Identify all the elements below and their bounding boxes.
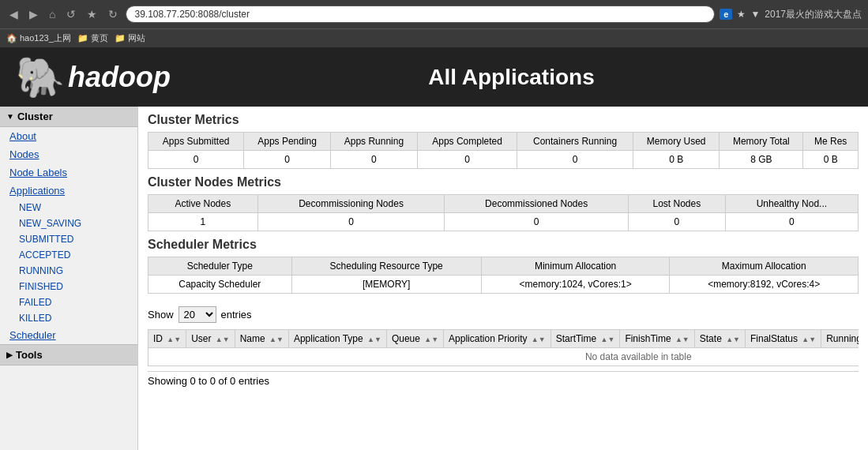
cm-val-0: 0	[148, 151, 244, 169]
sidebar-item-applications[interactable]: Applications	[0, 182, 137, 200]
cn-val-0: 1	[148, 213, 258, 231]
at-header-name[interactable]: Name ▲▼	[235, 330, 288, 348]
sidebar-sub-killed[interactable]: KILLED	[0, 310, 137, 326]
bookmark-yellow-pages[interactable]: 📁 黄页	[77, 32, 108, 44]
at-sort-queue[interactable]: ▲▼	[424, 336, 438, 343]
at-header-id[interactable]: ID ▲▼	[148, 330, 186, 348]
page-title: All Applications	[171, 65, 852, 90]
browser-bookmark-star: ★	[737, 9, 746, 20]
sidebar-tools-header[interactable]: ▶ Tools	[0, 344, 137, 366]
entries-label: entries	[221, 309, 252, 321]
entries-select[interactable]: 10 20 50 100	[178, 306, 216, 323]
at-header-user-label: User	[191, 333, 211, 344]
bookmark-yellow-icon: 📁	[77, 33, 88, 43]
bookmark-website[interactable]: 📁 网站	[115, 32, 145, 44]
sch-val-0: Capacity Scheduler	[148, 276, 292, 294]
at-header-state[interactable]: State ▲▼	[694, 330, 745, 348]
cm-val-5: 0 B	[633, 151, 719, 169]
sidebar-sub-accepted[interactable]: ACCEPTED	[0, 247, 137, 263]
sidebar-item-nodes[interactable]: Nodes	[0, 145, 137, 163]
at-header-start[interactable]: StartTime ▲▼	[550, 330, 620, 348]
sidebar-item-scheduler[interactable]: Scheduler	[0, 326, 137, 344]
cm-val-2: 0	[330, 151, 417, 169]
sidebar-sub-new-saving[interactable]: NEW_SAVING	[0, 216, 137, 231]
at-header-priority-label: Application Priority	[449, 333, 527, 344]
at-header-final-status[interactable]: FinalStatus ▲▼	[745, 330, 821, 348]
at-sort-finish[interactable]: ▲▼	[675, 336, 690, 343]
applications-table: ID ▲▼ User ▲▼ Name ▲▼ Application Type	[148, 329, 859, 366]
sch-val-1: [MEMORY]	[291, 276, 481, 294]
at-sort-app-type[interactable]: ▲▼	[367, 336, 381, 343]
at-header-rc-label: Running Containers	[826, 333, 859, 344]
show-entries-row: Show 10 20 50 100 entries	[148, 306, 859, 323]
cm-header-7: Me Res	[803, 133, 859, 151]
browser-menu[interactable]: ▼	[750, 9, 760, 20]
cm-header-3: Apps Completed	[418, 133, 517, 151]
bookmark-site-icon: 📁	[115, 33, 126, 43]
at-sort-user[interactable]: ▲▼	[216, 336, 230, 343]
sidebar-item-node-labels[interactable]: Node Labels	[0, 163, 137, 182]
at-header-running-containers[interactable]: Running Containers ▲▼	[821, 330, 859, 348]
forward-button[interactable]: ▶	[26, 6, 41, 22]
sch-header-2: Minimum Allocation	[481, 257, 670, 276]
at-header-queue[interactable]: Queue ▲▼	[386, 330, 443, 348]
sidebar-sub-running[interactable]: RUNNING	[0, 263, 137, 279]
sidebar-sub-submitted[interactable]: SUBMITTED	[0, 231, 137, 247]
sidebar-sub-finished[interactable]: FINISHED	[0, 279, 137, 294]
scheduler-metrics-title: Scheduler Metrics	[148, 238, 859, 252]
back-button[interactable]: ◀	[6, 6, 21, 22]
scheduler-wrapper: Scheduler Type Scheduling Resource Type …	[148, 257, 859, 300]
sidebar-item-about[interactable]: About	[0, 127, 137, 145]
cn-header-2: Decommissioned Nodes	[445, 195, 629, 213]
sch-val-3: <memory:8192, vCores:4>	[670, 276, 859, 294]
cm-header-1: Apps Pending	[244, 133, 330, 151]
sidebar-sub-failed[interactable]: FAILED	[0, 294, 137, 310]
at-header-final-status-label: FinalStatus	[750, 333, 798, 344]
sch-header-1: Scheduling Resource Type	[291, 257, 481, 276]
showing-text: Showing 0 to 0 of 0 entries	[148, 371, 859, 390]
home-button[interactable]: ⌂	[46, 6, 58, 22]
at-header-app-type[interactable]: Application Type ▲▼	[288, 330, 386, 348]
sidebar-cluster-header[interactable]: ▼ Cluster	[0, 107, 137, 127]
at-sort-name[interactable]: ▲▼	[269, 336, 284, 343]
sidebar-sub-new[interactable]: NEW	[0, 200, 137, 216]
bookmark-button[interactable]: ★	[84, 6, 100, 22]
cm-header-6: Memory Total	[720, 133, 803, 151]
cm-val-3: 0	[418, 151, 517, 169]
at-sort-id[interactable]: ▲▼	[167, 336, 181, 343]
no-data-row: No data available in table	[148, 348, 859, 366]
cm-header-5: Memory Used	[633, 133, 719, 151]
sch-header-0: Scheduler Type	[148, 257, 292, 276]
at-sort-priority[interactable]: ▲▼	[532, 336, 546, 343]
bookmark-hao123-icon: 🏠	[6, 33, 17, 43]
at-header-app-type-label: Application Type	[294, 333, 363, 344]
sch-val-2: <memory:1024, vCores:1>	[481, 276, 670, 294]
refresh-button[interactable]: ↻	[105, 6, 121, 22]
at-sort-state[interactable]: ▲▼	[726, 336, 740, 343]
at-sort-start[interactable]: ▲▼	[601, 336, 615, 343]
cluster-metrics-table: Apps Submitted Apps Pending Apps Running…	[148, 132, 859, 169]
address-bar[interactable]: 39.108.77.250:8088/cluster	[126, 6, 715, 23]
cluster-nodes-wrapper: Active Nodes Decommissioning Nodes Decom…	[148, 194, 859, 238]
cluster-nodes-title: Cluster Nodes Metrics	[148, 175, 859, 189]
scheduler-table: Scheduler Type Scheduling Resource Type …	[148, 257, 859, 294]
cluster-nodes-table: Active Nodes Decommissioning Nodes Decom…	[148, 194, 859, 231]
at-header-priority[interactable]: Application Priority ▲▼	[444, 330, 551, 348]
cm-val-1: 0	[244, 151, 330, 169]
ie-icon: e	[720, 9, 732, 20]
show-label: Show	[148, 309, 174, 321]
cn-val-3: 0	[628, 213, 725, 231]
at-header-finish[interactable]: FinishTime ▲▼	[620, 330, 694, 348]
bookmark-hao123[interactable]: 🏠 hao123_上网	[6, 32, 71, 44]
cn-header-0: Active Nodes	[148, 195, 258, 213]
back-alt-button[interactable]: ↺	[63, 6, 79, 22]
cn-val-1: 0	[257, 213, 445, 231]
at-header-user[interactable]: User ▲▼	[186, 330, 235, 348]
content-area: Cluster Metrics Apps Submitted Apps Pend…	[138, 107, 868, 450]
cluster-metrics-wrapper: Apps Submitted Apps Pending Apps Running…	[148, 132, 859, 175]
cluster-label: Cluster	[17, 111, 53, 122]
cn-val-4: 0	[725, 213, 858, 231]
main-layout: ▼ Cluster About Nodes Node Labels Applic…	[0, 107, 868, 450]
elephant-icon: 🐘	[16, 54, 65, 100]
at-sort-final-status[interactable]: ▲▼	[802, 336, 816, 343]
